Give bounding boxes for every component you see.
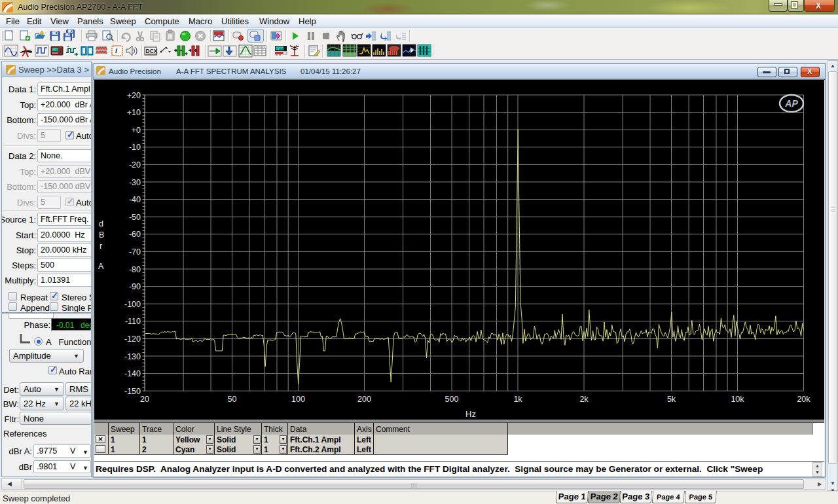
- svg-text:1.99: 1.99: [53, 48, 60, 52]
- svg-text:1.00: 1.00: [276, 47, 283, 51]
- svg-text:DCX: DCX: [146, 48, 158, 54]
